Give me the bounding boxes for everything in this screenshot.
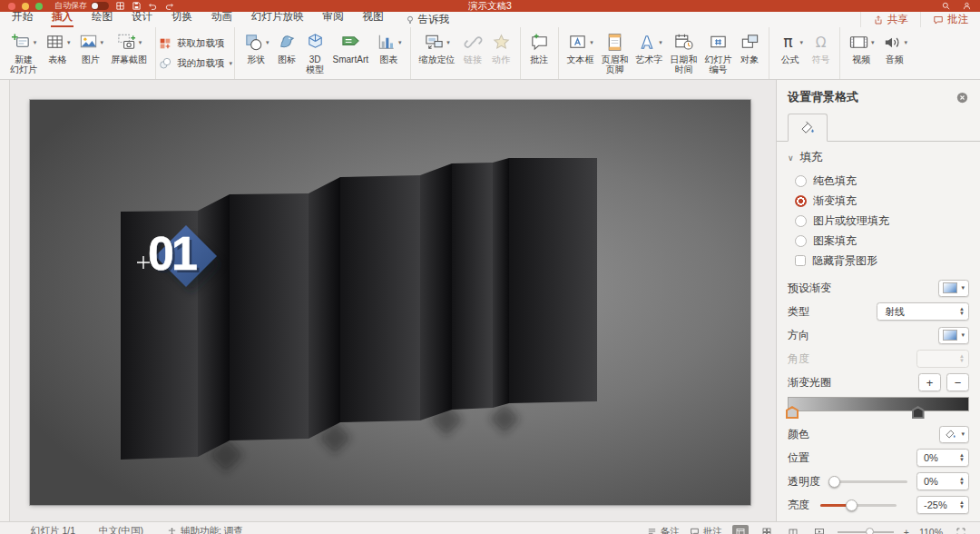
gradient-stop-2[interactable] [912, 406, 925, 419]
close-window-button[interactable] [8, 3, 15, 10]
fill-tab[interactable] [788, 114, 828, 142]
brightness-stepper[interactable]: -25% ▲▼ [916, 496, 969, 514]
close-pane-icon[interactable] [956, 91, 969, 104]
tab-transitions[interactable]: 切换 [171, 10, 193, 27]
header-footer-button[interactable]: 页眉和 页脚 [598, 30, 632, 75]
video-button[interactable]: ▾ 视频 [845, 30, 878, 65]
smartart-button[interactable]: SmartArt [329, 30, 372, 65]
table-icon [44, 32, 65, 53]
search-icon[interactable] [941, 1, 951, 11]
transparency-slider[interactable] [831, 476, 907, 488]
tab-review[interactable]: 审阅 [322, 10, 345, 27]
table-button[interactable]: ▾ 表格 [41, 30, 74, 65]
slide-sorter-icon [761, 527, 772, 534]
equation-button[interactable]: π▾ 公式 [774, 30, 808, 65]
minimize-window-button[interactable] [22, 3, 29, 10]
gradient-type-select[interactable]: 射线 ▲▼ [877, 302, 969, 321]
comment-bubble-icon [933, 15, 944, 25]
object-button[interactable]: 对象 [736, 30, 764, 65]
tab-design[interactable]: 设计 [131, 10, 153, 27]
undo-icon[interactable] [148, 1, 158, 11]
gradient-stops-label: 渐变光圈 [788, 375, 831, 391]
zoom-slider[interactable] [838, 527, 894, 534]
view-grid-icon[interactable] [115, 1, 125, 11]
autosave-label: 自动保存 [54, 0, 87, 12]
preset-gradient-dropdown[interactable]: ▾ [938, 280, 969, 297]
comments-button[interactable]: 批注 [920, 12, 980, 27]
angle-label: 角度 [788, 351, 809, 367]
3d-models-button[interactable]: 3D 模型 [301, 30, 329, 75]
svg-icons-icon [277, 32, 298, 53]
new-slide-button[interactable]: ▾ 新建 幻灯片 [6, 30, 41, 75]
checkbox-hide-background[interactable]: 隐藏背景图形 [777, 251, 980, 271]
tab-draw[interactable]: 绘图 [91, 10, 113, 27]
svg-text:π: π [783, 33, 792, 51]
redo-icon[interactable] [164, 1, 174, 11]
gradient-stop-1[interactable] [786, 406, 799, 419]
add-gradient-stop-button[interactable]: + [918, 373, 941, 391]
radio-solid-fill[interactable]: 纯色填充 [777, 171, 980, 191]
notes-toggle[interactable]: 备注 [647, 526, 680, 534]
save-icon[interactable] [132, 1, 142, 11]
get-addins-button[interactable]: 获取加载项 [158, 36, 225, 51]
comments-toggle[interactable]: 批注 [690, 526, 722, 534]
brightness-slider[interactable] [820, 499, 897, 511]
accessibility-status[interactable]: 辅助功能: 调查 [167, 525, 243, 534]
normal-view-button[interactable] [732, 525, 749, 534]
slideshow-view-button[interactable] [811, 525, 828, 534]
zoom-level[interactable]: 110% [919, 527, 943, 534]
pictures-button[interactable]: ▾ 图片 [74, 30, 108, 65]
wordart-button[interactable]: ▾ 艺术字 [632, 30, 667, 65]
ribbon-group-slides: ▾ 新建 幻灯片 ▾ 表格 ▾ 图片 ▾ 屏幕截图 [2, 27, 155, 79]
tab-view[interactable]: 视图 [362, 10, 385, 27]
powerpoint-window: 自动保存 演示文稿3 开始 插入 绘图 设计 切换 动画 幻灯片放映 审阅 视图… [0, 0, 980, 534]
position-stepper[interactable]: 0% ▲▼ [916, 449, 969, 467]
tab-animations[interactable]: 动画 [211, 10, 233, 27]
direction-swatch [943, 330, 957, 341]
gradient-stops-bar[interactable] [788, 397, 969, 411]
slide-indicator[interactable]: 幻灯片 1/1 [31, 525, 75, 534]
slide-sorter-view-button[interactable] [759, 525, 775, 534]
transparency-stepper[interactable]: 0% ▲▼ [916, 472, 969, 490]
new-comment-button[interactable]: 批注 [525, 30, 554, 65]
audio-button[interactable]: ▾ 音频 [878, 30, 912, 65]
screenshot-button[interactable]: ▾ 屏幕截图 [107, 30, 151, 65]
tell-me-button[interactable]: 告诉我 [405, 12, 450, 27]
fill-color-icon [944, 428, 957, 440]
zoom-window-button[interactable] [35, 3, 43, 10]
shapes-button[interactable]: ▾ 形状 [240, 30, 273, 65]
symbol-button: Ω 符号 [807, 30, 835, 65]
action-star-icon [491, 32, 512, 53]
share-button[interactable]: 共享 [860, 12, 920, 27]
fill-section-header[interactable]: ∨ 填充 [777, 142, 980, 171]
smartart-icon [340, 32, 361, 53]
reading-view-button[interactable] [785, 525, 801, 534]
ribbon-tab-row: 开始 插入 绘图 设计 切换 动画 幻灯片放映 审阅 视图 告诉我 共享 批注 [0, 12, 980, 27]
header-footer-icon [604, 32, 625, 53]
reading-view-icon [788, 527, 799, 534]
zoom-slides-button[interactable]: ▾ 缩放定位 [416, 30, 459, 65]
thumbnail-pane-edge[interactable] [0, 80, 10, 521]
my-addins-button[interactable]: 我的加载项 ▾ [158, 56, 232, 71]
radio-gradient-fill[interactable]: 渐变填充 [777, 191, 980, 211]
slide[interactable]: 01 01 [30, 100, 750, 505]
remove-gradient-stop-button[interactable]: − [946, 373, 969, 391]
ribbon-group-comments: 批注 [520, 27, 558, 79]
radio-picture-texture-fill[interactable]: 图片或纹理填充 [777, 211, 980, 231]
language-indicator[interactable]: 中文(中国) [99, 525, 143, 534]
tab-slideshow[interactable]: 幻灯片放映 [250, 10, 305, 27]
fit-slide-button[interactable] [953, 525, 969, 534]
icons-button[interactable]: 图标 [273, 30, 301, 65]
stop-color-dropdown[interactable]: ▾ [939, 426, 969, 443]
autosave-toggle[interactable] [91, 2, 109, 10]
radio-pattern-fill[interactable]: 图案填充 [777, 231, 980, 251]
gradient-direction-dropdown[interactable]: ▾ [938, 327, 969, 344]
account-icon[interactable] [962, 1, 972, 11]
tab-insert[interactable]: 插入 [51, 10, 74, 27]
chart-button[interactable]: ▾ 图表 [372, 30, 406, 65]
datetime-button[interactable]: 日期和 时间 [667, 30, 701, 75]
slide-number-button[interactable]: 幻灯片 编号 [701, 30, 736, 75]
tab-home[interactable]: 开始 [11, 10, 34, 27]
textbox-button[interactable]: ▾ 文本框 [564, 30, 598, 65]
zoom-in-button[interactable]: + [904, 527, 909, 534]
